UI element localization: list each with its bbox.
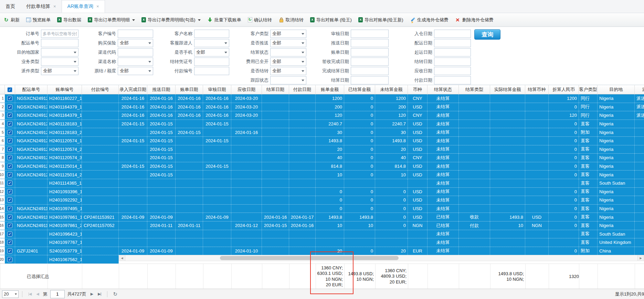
column-header-rmb_amount[interactable]: 折算人民币: [549, 85, 579, 94]
row-checkbox[interactable]: [7, 138, 12, 143]
audit-date-field[interactable]: [351, 30, 389, 38]
export-statement-huion-button[interactable]: 导出对账单 (绘王): [310, 17, 352, 23]
row-checkbox[interactable]: [7, 231, 12, 237]
receivable-date-field[interactable]: [434, 67, 471, 75]
table-row[interactable]: 17H2401096423_1未结算直客South Sudan: [0, 230, 644, 239]
push-date-field[interactable]: [351, 39, 389, 47]
prev-page-icon[interactable]: [36, 292, 39, 296]
row-checkbox[interactable]: [7, 248, 12, 254]
table-row[interactable]: 5NGAXCN249120H2401128183_22024-01-152024…: [0, 128, 644, 137]
column-header-settle_currency[interactable]: 结算币种: [525, 85, 549, 94]
is-mobile-select[interactable]: 全部: [194, 48, 229, 56]
page-size-select[interactable]: 20: [2, 290, 19, 298]
carryover-voucher-field[interactable]: [194, 58, 229, 66]
row-checkbox[interactable]: [7, 240, 12, 245]
table-row[interactable]: 16NGAXCN249112H2401097861_2CP24011570522…: [0, 221, 644, 230]
column-header-destination[interactable]: 目的地: [598, 85, 635, 94]
row-checkbox[interactable]: [7, 189, 12, 194]
select-all-checkbox[interactable]: [7, 87, 12, 92]
row-checkbox[interactable]: [7, 164, 12, 169]
cs-follower-select[interactable]: [194, 39, 229, 47]
table-row[interactable]: 6NGAXCN249120H2401120574_12024-01-152024…: [0, 137, 644, 145]
reload-grid-icon[interactable]: [113, 291, 118, 297]
column-header-bill_date[interactable]: 账单日期: [176, 85, 203, 94]
column-header-settle_type[interactable]: 结算类型: [459, 85, 490, 94]
column-header-settled_amount[interactable]: 已结算金额: [344, 85, 375, 94]
row-checkbox[interactable]: [7, 223, 12, 228]
row-checkbox[interactable]: [7, 96, 12, 101]
settle-date-field[interactable]: [351, 76, 389, 84]
export-order-fee-detail-checked-button[interactable]: 导出订单费用明细(勾选): [141, 17, 201, 23]
refresh-button[interactable]: 刷新: [3, 17, 20, 23]
column-header-payment_no[interactable]: 付款编号: [82, 85, 119, 94]
scroll-right-icon[interactable]: [637, 255, 644, 261]
column-header-settle_date[interactable]: 结算日期: [262, 85, 289, 94]
delete-overseas-storage-fee-button[interactable]: 删除海外仓储费: [455, 17, 494, 23]
customer-type-select[interactable]: 全部: [270, 30, 306, 38]
table-row[interactable]: 1NGSXCN249123H2401160227_12024-01-162024…: [0, 94, 644, 103]
confirm-carryover-button[interactable]: 确认结转: [248, 17, 272, 23]
tracking-status-select[interactable]: [270, 76, 306, 84]
table-row[interactable]: 9NGAXCN249120H2401125014_12024-01-152024…: [0, 162, 644, 171]
departure-date-field[interactable]: [434, 48, 471, 56]
customer-no-field[interactable]: [118, 30, 153, 38]
column-header-settle_status[interactable]: 结算状态: [427, 85, 459, 94]
horizontal-scrollbar[interactable]: [119, 255, 644, 261]
page-input[interactable]: [50, 290, 65, 298]
shipping-no-field[interactable]: [41, 39, 78, 47]
table-row[interactable]: 10NGAXCN249120H2401125014_22024-01-15100…: [0, 171, 644, 179]
column-header-receivable_date[interactable]: 应收日期: [231, 85, 262, 94]
fee-fully-invoiced-select[interactable]: 全部: [270, 58, 306, 66]
cancel-carryover-button[interactable]: 取消结转: [278, 17, 304, 23]
column-header-currency[interactable]: 币种: [408, 85, 427, 94]
column-header-customer_type[interactable]: 客户类型: [579, 85, 598, 94]
column-header-bill_amount[interactable]: 账单金额: [316, 85, 344, 94]
column-header-push_date[interactable]: 推送日期: [147, 85, 176, 94]
insurance-select[interactable]: 全部: [118, 39, 153, 47]
column-header-entry_complete_date[interactable]: 录入完成日期: [119, 85, 147, 94]
row-checkbox[interactable]: [7, 121, 12, 126]
table-row[interactable]: 11H2401114365_1未结算直客South Sudan: [0, 179, 644, 188]
column-header-unsettled_amount[interactable]: 未结算金额: [375, 85, 408, 94]
row-checkbox[interactable]: [7, 104, 12, 110]
carryover-date-field[interactable]: [434, 58, 471, 66]
row-checkbox[interactable]: [7, 113, 12, 118]
pushed-select[interactable]: 全部: [270, 39, 306, 47]
sign-complete-date-field[interactable]: [351, 58, 389, 66]
row-checkbox[interactable]: [7, 172, 12, 177]
scrollbar-thumb[interactable]: [220, 256, 399, 260]
search-button[interactable]: 查询: [474, 29, 500, 40]
channel-name-select[interactable]: [118, 58, 153, 66]
column-header-shipping_no[interactable]: 配运单号: [15, 85, 47, 94]
pay-date-field[interactable]: [434, 76, 471, 84]
tab-close-icon[interactable]: ×: [53, 4, 56, 9]
column-header-actual_settle_amount[interactable]: 实际结算金额: [490, 85, 525, 94]
table-row[interactable]: 3NGSXCN249122H2401164379_12024-01-162024…: [0, 111, 644, 120]
next-page-icon[interactable]: [91, 292, 93, 296]
column-header-pay_date[interactable]: 付款日期: [289, 85, 316, 94]
table-row[interactable]: 13H2401092292_1000USD未结算0直客Nigeria: [0, 196, 644, 205]
table-row[interactable]: 18H2401097767_1未结算直客United Kingdom: [0, 238, 644, 247]
row-checkbox[interactable]: [7, 130, 12, 135]
generate-overseas-storage-fee-button[interactable]: 生成海外仓储费: [410, 17, 448, 23]
column-header-audit_date[interactable]: 审核日期: [203, 85, 231, 94]
table-row[interactable]: 14NGAXCN249113H2401097495_1000USD未结算0直客N…: [0, 205, 644, 213]
preview-bill-button[interactable]: 预览账单: [26, 17, 51, 23]
last-page-icon[interactable]: [98, 292, 101, 296]
row-checkbox[interactable]: [7, 181, 12, 186]
export-statement-huion-new-button[interactable]: 导出对账单(绘王新): [358, 17, 403, 23]
dest-country-select[interactable]: [41, 48, 78, 56]
column-header-bill_no[interactable]: 账单编号: [47, 85, 82, 94]
table-row[interactable]: 8NGAXCN249120H2401120574_32024-01-154004…: [0, 154, 644, 162]
customer-name-field[interactable]: [194, 30, 229, 38]
channel-code-field[interactable]: [118, 48, 153, 56]
batch-download-bill-button[interactable]: 批量下载账单: [207, 17, 241, 23]
row-checkbox[interactable]: [7, 215, 12, 220]
table-row[interactable]: 12H2401093396_1000USD未结算0直客Nigeria: [0, 188, 644, 196]
inbound-date-field[interactable]: [434, 30, 471, 38]
column-header-delivery_type[interactable]: 派件类型: [635, 85, 644, 94]
tab-payment-settlement[interactable]: 付款单结算×: [21, 0, 62, 13]
delivery-date-field[interactable]: [434, 39, 471, 47]
row-checkbox[interactable]: [7, 147, 12, 152]
bill-date-field[interactable]: [351, 48, 389, 56]
